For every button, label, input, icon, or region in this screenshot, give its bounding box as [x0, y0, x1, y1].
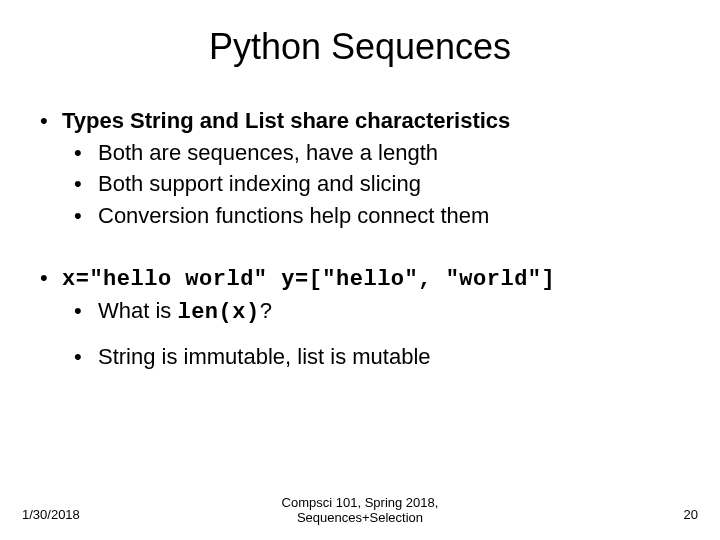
- block1-heading: Types String and List share characterist…: [62, 108, 510, 133]
- block2-item-question: What is len(x)?: [62, 296, 690, 328]
- bullet-block-2: x="hello world" y=["hello", "world"] Wha…: [40, 263, 690, 372]
- footer-center: Compsci 101, Spring 2018, Sequences+Sele…: [0, 495, 720, 526]
- block1-item: Conversion functions help connect them: [62, 201, 690, 231]
- slide-content: Types String and List share characterist…: [30, 106, 690, 372]
- block2-item: String is immutable, list is mutable: [62, 342, 690, 372]
- question-suffix: ?: [260, 298, 272, 323]
- footer-topic: Sequences+Selection: [297, 510, 423, 525]
- block1-item: Both support indexing and slicing: [62, 169, 690, 199]
- slide-title: Python Sequences: [30, 26, 690, 68]
- question-code: len(x): [177, 300, 259, 325]
- bullet-block-1: Types String and List share characterist…: [40, 106, 690, 231]
- footer-course: Compsci 101, Spring 2018,: [282, 495, 439, 510]
- question-prefix: What is: [98, 298, 177, 323]
- code-example: x="hello world" y=["hello", "world"]: [62, 267, 555, 292]
- block1-item: Both are sequences, have a length: [62, 138, 690, 168]
- footer-page-number: 20: [684, 507, 698, 522]
